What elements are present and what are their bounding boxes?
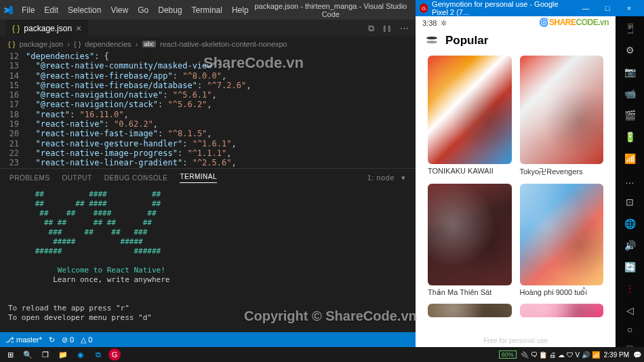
sync-icon[interactable]: ↻ bbox=[49, 336, 55, 344]
emulator-tool-icon[interactable]: ⚙ bbox=[626, 45, 635, 56]
line-gutter: 12131415161718192021222324 bbox=[0, 52, 26, 168]
manga-grid: TONIKAKU KAWAIITokyo卍RevengersThần Ma Th… bbox=[416, 52, 616, 321]
emulator-tool-icon[interactable]: ⊡ bbox=[626, 197, 634, 207]
sharecode-logo: 🌀SHARECODE.vn bbox=[539, 18, 609, 27]
manga-cover bbox=[428, 304, 512, 317]
genymotion-window: G Genymotion for personal use - Google P… bbox=[416, 0, 644, 347]
breadcrumb[interactable]: { } package.json › { } dependencies › ab… bbox=[0, 37, 416, 52]
warnings-count[interactable]: △ 0 bbox=[81, 336, 92, 344]
genymotion-taskbar-icon[interactable]: G bbox=[108, 348, 121, 361]
compare-icon[interactable]: ⧉ bbox=[368, 23, 374, 34]
manga-title: Thần Ma Thiên Sát bbox=[428, 285, 512, 300]
close-button[interactable]: × bbox=[618, 4, 640, 12]
search-icon[interactable]: 🔍 bbox=[20, 348, 35, 361]
tab-close-icon[interactable]: × bbox=[76, 23, 81, 34]
git-branch[interactable]: ⎇ master* bbox=[5, 336, 42, 344]
terminal-selector[interactable]: 1: node ▾ bbox=[367, 174, 406, 182]
genymotion-icon: G bbox=[420, 3, 428, 13]
manga-item[interactable]: TONIKAKU KAWAII bbox=[428, 56, 512, 180]
menu-bar: File Edit Selection View Go Debug Termin… bbox=[22, 5, 249, 15]
manga-cover bbox=[428, 56, 512, 164]
taskview-icon[interactable]: ❐ bbox=[38, 348, 53, 361]
phone-time: 3:38 bbox=[422, 19, 437, 27]
emulator-tool-icon[interactable]: ⋮ bbox=[625, 283, 635, 294]
section-title: Popular bbox=[445, 34, 488, 47]
tab-debug-console[interactable]: DEBUG CONSOLE bbox=[104, 174, 168, 182]
vscode-titlebar: File Edit Selection View Go Debug Termin… bbox=[0, 0, 416, 20]
abc-icon: abc bbox=[142, 41, 157, 47]
manga-item[interactable] bbox=[428, 304, 512, 317]
windows-taskbar: ⊞ 🔍 ❐ 📁 ◉ ⧉ G 60% 🔌 🗨 📋 🖨 ☁ 🛡 V 🔊 📶 2:39… bbox=[0, 347, 644, 362]
manga-cover bbox=[520, 184, 604, 285]
phone-screen[interactable]: 3:38 ✲ 🌀SHARECODE.vn Popular TONIKAKU KA… bbox=[416, 16, 616, 347]
panel-tabs: PROBLEMS OUTPUT DEBUG CONSOLE TERMINAL 1… bbox=[0, 168, 416, 187]
menu-selection[interactable]: Selection bbox=[68, 5, 101, 15]
manga-cover bbox=[520, 304, 604, 317]
emulator-tool-icon[interactable]: … bbox=[625, 175, 635, 186]
minimize-button[interactable]: — bbox=[575, 4, 597, 12]
notifications-icon[interactable]: 💬 bbox=[633, 351, 641, 359]
breadcrumb-leaf: react-native-skeleton-content-nonexpo bbox=[160, 40, 287, 48]
menu-view[interactable]: View bbox=[110, 5, 128, 15]
explorer-icon[interactable]: 📁 bbox=[56, 348, 71, 361]
code-content: "dependencies": { "@react-native-communi… bbox=[26, 52, 416, 168]
emulator-tool-icon[interactable]: 🔋 bbox=[624, 132, 636, 142]
emulator-tool-icon[interactable]: 🌐 bbox=[624, 218, 636, 229]
breadcrumb-section: dependencies bbox=[85, 40, 132, 48]
manga-item[interactable] bbox=[520, 304, 604, 317]
nav-button[interactable]: ◁ bbox=[626, 305, 634, 316]
errors-count[interactable]: ⊘ 0 bbox=[62, 336, 74, 344]
start-button[interactable]: ⊞ bbox=[3, 348, 18, 361]
menu-go[interactable]: Go bbox=[138, 5, 148, 15]
menu-help[interactable]: Help bbox=[232, 5, 249, 15]
manga-item[interactable]: Tokyo卍Revengers bbox=[520, 56, 604, 180]
emulator-tool-icon[interactable]: 📷 bbox=[624, 66, 636, 77]
nav-button[interactable]: ○ bbox=[627, 324, 632, 335]
tab-output[interactable]: OUTPUT bbox=[62, 174, 92, 182]
edge-icon[interactable]: ◉ bbox=[73, 348, 88, 361]
json-file-icon: { } bbox=[12, 24, 20, 33]
phone-statusbar: 3:38 ✲ 🌀SHARECODE.vn bbox=[416, 16, 616, 30]
tray-icons[interactable]: 🔌 🗨 📋 🖨 ☁ 🛡 V 🔊 📶 bbox=[521, 351, 600, 359]
manga-item[interactable]: Hoàng phi 9000 tuổi bbox=[520, 184, 604, 300]
section-header: Popular bbox=[416, 30, 616, 52]
window-title: package.json - thirteen_manga - Visual S… bbox=[249, 2, 413, 18]
manga-title: TONIKAKU KAWAII bbox=[428, 164, 512, 178]
tab-package-json[interactable]: { } package.json × bbox=[5, 20, 88, 37]
emulator-tool-icon[interactable]: 📱 bbox=[624, 23, 636, 34]
gear-icon: ✲ bbox=[441, 19, 447, 28]
chevron-icon: › bbox=[136, 40, 138, 48]
menu-edit[interactable]: Edit bbox=[44, 5, 58, 15]
menu-terminal[interactable]: Terminal bbox=[192, 5, 222, 15]
vscode-window: File Edit Selection View Go Debug Termin… bbox=[0, 0, 416, 347]
menu-file[interactable]: File bbox=[22, 5, 35, 15]
tab-bar: { } package.json × ⧉ ⫿⫿ ⋯ bbox=[0, 20, 416, 37]
genymotion-titlebar: G Genymotion for personal use - Google P… bbox=[416, 0, 644, 16]
battery-indicator[interactable]: 60% bbox=[499, 350, 517, 359]
manga-cover bbox=[428, 184, 512, 285]
emulator-tool-icon[interactable]: 🔄 bbox=[624, 262, 636, 273]
vscode-taskbar-icon[interactable]: ⧉ bbox=[91, 348, 106, 361]
stack-icon bbox=[425, 37, 439, 45]
manga-cover bbox=[520, 56, 604, 164]
code-editor[interactable]: 12131415161718192021222324 "dependencies… bbox=[0, 52, 416, 168]
emulator-tool-icon[interactable]: 🎬 bbox=[624, 110, 636, 121]
emulator-tool-icon[interactable]: 📹 bbox=[624, 88, 636, 99]
manga-title: Hoàng phi 9000 tuổi bbox=[520, 285, 604, 300]
terminal-output[interactable]: ## #### ## ## ## #### ## ## ## #### ## #… bbox=[0, 187, 416, 332]
breadcrumb-file: package.json bbox=[19, 40, 63, 48]
split-icon[interactable]: ⫿⫿ bbox=[382, 23, 392, 34]
tab-terminal[interactable]: TERMINAL bbox=[180, 173, 217, 183]
taskbar-time[interactable]: 2:39 PM bbox=[604, 351, 629, 359]
emulator-tool-icon[interactable]: 📶 bbox=[624, 153, 636, 164]
tab-problems[interactable]: PROBLEMS bbox=[9, 174, 50, 182]
maximize-button[interactable]: □ bbox=[597, 4, 618, 12]
emulator-tool-icon[interactable]: 🔊 bbox=[624, 240, 636, 251]
genymotion-title: Genymotion for personal use - Google Pix… bbox=[432, 0, 575, 16]
manga-title: Tokyo卍Revengers bbox=[520, 164, 604, 180]
menu-debug[interactable]: Debug bbox=[158, 5, 182, 15]
json-file-icon: { } bbox=[8, 40, 15, 48]
more-icon[interactable]: ⋯ bbox=[400, 23, 409, 34]
brace-icon: { } bbox=[74, 40, 81, 48]
manga-item[interactable]: Thần Ma Thiên Sát bbox=[428, 184, 512, 300]
